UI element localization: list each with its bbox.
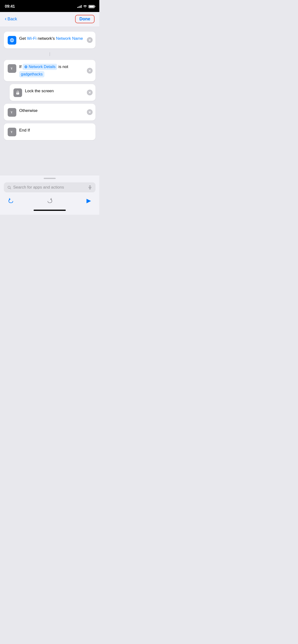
wifi-token[interactable]: Wi-Fi — [27, 36, 37, 42]
battery-icon — [89, 5, 95, 8]
lock-screen-card: Lock the screen — [10, 84, 95, 101]
bottom-handle — [44, 178, 56, 179]
lock-screen-text: Lock the screen — [25, 88, 54, 94]
networks-text: network's — [38, 36, 55, 42]
status-time: 09:41 — [5, 4, 15, 9]
done-button[interactable]: Done — [75, 15, 95, 23]
logic-end-icon: Y — [10, 130, 14, 134]
get-wifi-card: Get Wi-Fi network's Network Name — [4, 32, 95, 48]
token-globe-icon — [24, 65, 28, 68]
logic-otherwise-icon: Y — [10, 110, 14, 115]
status-icons — [77, 5, 95, 8]
globe-icon — [10, 38, 14, 43]
svg-text:Y: Y — [11, 111, 13, 114]
undo-button[interactable] — [6, 196, 16, 206]
lock-screen-icon — [14, 88, 22, 97]
end-if-label: End If — [19, 127, 30, 134]
if-icon: Y — [8, 64, 16, 73]
status-bar: 09:41 — [0, 0, 99, 12]
svg-text:Y: Y — [11, 130, 13, 134]
get-text: Get — [19, 36, 26, 42]
end-if-icon: Y — [8, 128, 16, 136]
mic-icon — [88, 185, 92, 190]
lock-text: Lock the screen — [25, 88, 54, 94]
svg-line-16 — [10, 188, 11, 189]
back-chevron-icon: ‹ — [5, 16, 7, 22]
svg-marker-20 — [87, 199, 91, 204]
lock-screen-close-button[interactable] — [87, 90, 93, 95]
if-text: If Network Details is not gadgethacks — [19, 64, 83, 78]
get-wifi-icon — [8, 36, 16, 44]
otherwise-text: Otherwise — [19, 108, 38, 114]
back-button[interactable]: ‹ Back — [5, 16, 17, 22]
svg-point-15 — [8, 186, 10, 188]
get-wifi-close-button[interactable] — [87, 37, 93, 43]
svg-rect-17 — [89, 186, 91, 188]
svg-point-12 — [18, 93, 18, 94]
otherwise-card: Y Otherwise — [4, 104, 95, 120]
logic-icon: Y — [10, 66, 14, 71]
bottom-panel: Search for apps and actions — [0, 175, 99, 215]
network-details-token[interactable]: Network Details — [23, 64, 57, 70]
end-if-text: End If — [19, 127, 30, 134]
bottom-actions — [4, 192, 95, 208]
search-icon — [7, 186, 11, 190]
end-if-card: Y End If — [4, 124, 95, 140]
otherwise-close-button[interactable] — [87, 109, 93, 115]
main-content: Get Wi-Fi network's Network Name Y If — [0, 27, 99, 175]
get-wifi-text: Get Wi-Fi network's Network Name — [19, 36, 83, 42]
network-name-token[interactable]: Network Name — [56, 36, 83, 42]
if-condition-card: Y If Network Details is not gadgethack — [4, 60, 95, 81]
undo-icon — [8, 198, 15, 204]
home-indicator — [34, 210, 66, 211]
gadgethacks-token[interactable]: gadgethacks — [19, 71, 44, 78]
search-bar[interactable]: Search for apps and actions — [4, 182, 95, 192]
svg-text:Y: Y — [11, 67, 13, 70]
wifi-icon — [83, 5, 87, 8]
lock-icon — [15, 90, 20, 95]
redo-icon — [46, 198, 53, 204]
if-condition-close-button[interactable] — [87, 68, 93, 74]
redo-button[interactable] — [44, 196, 55, 206]
nav-bar: ‹ Back Done — [0, 12, 99, 27]
otherwise-icon: Y — [8, 108, 16, 117]
connector-1 — [4, 51, 95, 57]
search-placeholder: Search for apps and actions — [13, 185, 86, 190]
play-icon — [85, 198, 92, 204]
signal-bars-icon — [77, 5, 82, 8]
is-not-text: is not — [58, 64, 68, 70]
otherwise-label: Otherwise — [19, 108, 38, 114]
back-label: Back — [8, 16, 17, 22]
play-button[interactable] — [83, 196, 94, 206]
if-label: If — [19, 64, 21, 70]
